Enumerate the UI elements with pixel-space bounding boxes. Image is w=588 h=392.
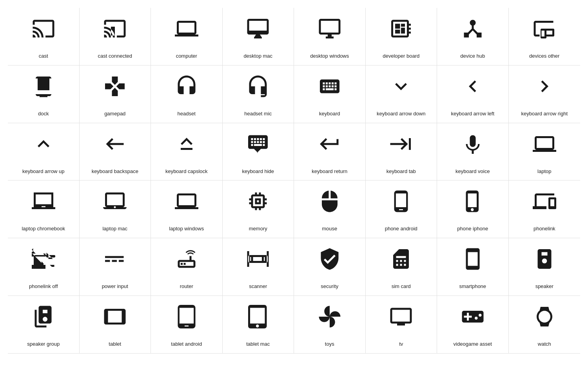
icon-cell-device-hub: device hub (437, 8, 509, 66)
icon-cell-power-input: power input (80, 238, 151, 296)
laptop-chromebook-icon (30, 188, 57, 215)
icon-cell-sim-card: sim card (366, 238, 437, 296)
keyboard-arrow-left-label: keyboard arrow left (451, 104, 494, 117)
security-label: security (321, 277, 338, 290)
icon-cell-speaker: speaker (509, 238, 581, 296)
headset-label: headset (178, 104, 196, 117)
icon-cell-router: router (151, 238, 223, 296)
speaker-icon (531, 245, 558, 273)
laptop-icon (531, 130, 558, 158)
keyboard-arrow-left-icon (459, 73, 486, 100)
cast-label: cast (39, 46, 48, 60)
icon-cell-keyboard-arrow-right: keyboard arrow right (509, 66, 581, 123)
keyboard-return-label: keyboard return (312, 162, 347, 175)
laptop-chromebook-label: laptop chromebook (22, 219, 65, 232)
icon-cell-toys: toys (294, 296, 366, 354)
icon-cell-keyboard-arrow-down: keyboard arrow down (366, 66, 437, 123)
desktop-mac-icon (244, 15, 272, 42)
icon-cell-keyboard-arrow-up: keyboard arrow up (8, 123, 80, 181)
developer-board-icon (387, 15, 415, 42)
keyboard-backspace-label: keyboard backspace (92, 162, 138, 175)
tablet-label: tablet (109, 334, 121, 348)
keyboard-arrow-down-icon (387, 73, 415, 100)
icon-grid: cast cast connected computer desktop mac… (8, 8, 580, 354)
keyboard-voice-label: keyboard voice (456, 162, 490, 175)
phone-android-label: phone android (385, 219, 417, 232)
keyboard-tab-label: keyboard tab (387, 162, 416, 175)
headset-mic-label: headset mic (244, 104, 272, 117)
dock-label: dock (38, 104, 49, 117)
speaker-label: speaker (535, 277, 554, 290)
icon-cell-desktop-windows: desktop windows (294, 8, 366, 66)
keyboard-capslock-label: keyboard capslock (165, 162, 208, 175)
icon-cell-tablet: tablet (80, 296, 151, 354)
tablet-android-label: tablet android (171, 334, 202, 348)
icon-cell-headset-mic: headset mic (223, 66, 294, 123)
icon-cell-headset: headset (151, 66, 223, 123)
device-hub-label: device hub (460, 46, 485, 60)
dock-icon (30, 73, 57, 100)
laptop-windows-label: laptop windows (169, 219, 204, 232)
router-icon (173, 245, 200, 273)
icon-cell-keyboard-return: keyboard return (294, 123, 366, 181)
keyboard-arrow-down-label: keyboard arrow down (377, 104, 425, 117)
devices-other-icon (531, 15, 558, 42)
keyboard-arrow-up-icon (30, 130, 57, 158)
laptop-mac-label: laptop mac (102, 219, 127, 232)
mouse-icon (316, 188, 343, 215)
icon-cell-laptop-chromebook: laptop chromebook (8, 181, 80, 238)
keyboard-icon (316, 73, 343, 100)
smartphone-label: smartphone (459, 277, 486, 290)
cast-connected-icon (101, 15, 129, 42)
icon-cell-computer: computer (151, 8, 223, 66)
laptop-label: laptop (537, 162, 551, 175)
devices-other-label: devices other (529, 46, 559, 60)
icon-cell-memory: memory (223, 181, 294, 238)
tablet-android-icon (173, 303, 200, 330)
icon-cell-tablet-android: tablet android (151, 296, 223, 354)
tv-icon (387, 303, 415, 330)
icon-cell-cast-connected: cast connected (80, 8, 151, 66)
icon-cell-gamepad: gamepad (80, 66, 151, 123)
desktop-windows-label: desktop windows (310, 46, 349, 60)
icon-cell-tablet-mac: tablet mac (223, 296, 294, 354)
router-label: router (180, 277, 193, 290)
headset-icon (173, 73, 200, 100)
icon-cell-phone-iphone: phone iphone (437, 181, 509, 238)
laptop-mac-icon (101, 188, 129, 215)
speaker-group-label: speaker group (27, 334, 60, 348)
icon-cell-videogame-asset: videogame asset (437, 296, 509, 354)
icon-cell-phone-android: phone android (366, 181, 437, 238)
sim-card-icon (387, 245, 415, 273)
headset-mic-icon (244, 73, 272, 100)
watch-label: watch (538, 334, 551, 348)
desktop-windows-icon (316, 15, 343, 42)
icon-cell-keyboard-backspace: keyboard backspace (80, 123, 151, 181)
phone-iphone-icon (459, 188, 486, 215)
icon-cell-laptop-mac: laptop mac (80, 181, 151, 238)
phonelink-off-label: phonelink off (29, 277, 58, 290)
mouse-label: mouse (322, 219, 337, 232)
phonelink-icon (531, 188, 558, 215)
icon-cell-keyboard-arrow-left: keyboard arrow left (437, 66, 509, 123)
tablet-mac-icon (244, 303, 272, 330)
scanner-label: scanner (249, 277, 267, 290)
phonelink-off-icon (30, 245, 57, 273)
device-hub-icon (459, 15, 486, 42)
power-input-label: power input (102, 277, 128, 290)
icon-cell-tv: tv (366, 296, 437, 354)
laptop-windows-icon (173, 188, 200, 215)
power-input-icon (101, 245, 129, 273)
icon-cell-laptop-windows: laptop windows (151, 181, 223, 238)
memory-label: memory (249, 219, 267, 232)
videogame-asset-icon (459, 303, 486, 330)
desktop-mac-label: desktop mac (243, 46, 272, 60)
gamepad-label: gamepad (104, 104, 125, 117)
icon-cell-desktop-mac: desktop mac (223, 8, 294, 66)
watch-icon (531, 303, 558, 330)
keyboard-backspace-icon (101, 130, 129, 158)
icon-cell-cast: cast (8, 8, 80, 66)
tablet-mac-label: tablet mac (246, 334, 270, 348)
tv-label: tv (399, 334, 403, 348)
icon-cell-speaker-group: speaker group (8, 296, 80, 354)
